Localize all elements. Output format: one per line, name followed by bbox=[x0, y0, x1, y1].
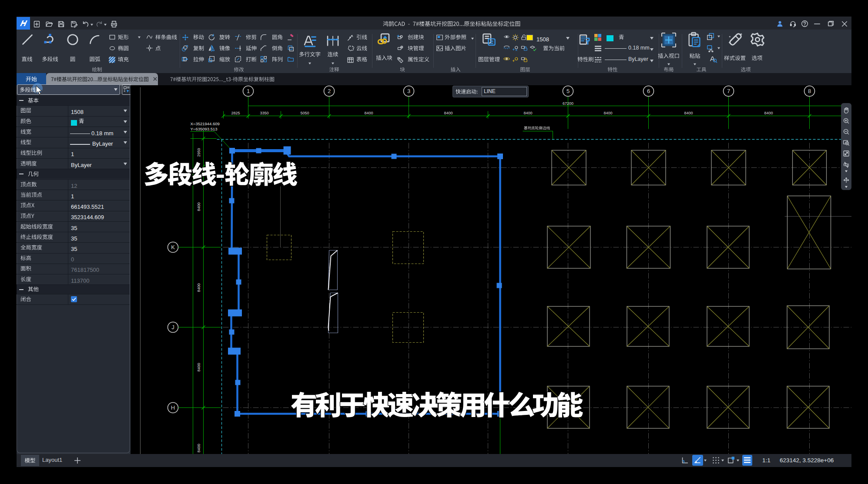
svg-text:Y=635093.513: Y=635093.513 bbox=[191, 127, 218, 131]
svg-text:8: 8 bbox=[808, 88, 811, 94]
svg-text:8400: 8400 bbox=[684, 111, 693, 115]
svg-text:7: 7 bbox=[727, 88, 730, 94]
svg-text:2: 2 bbox=[328, 88, 331, 94]
svg-text:5050: 5050 bbox=[300, 111, 309, 115]
svg-text:2825: 2825 bbox=[231, 111, 240, 115]
svg-text:8400: 8400 bbox=[444, 111, 452, 115]
svg-text:2950: 2950 bbox=[197, 148, 201, 157]
svg-text:K: K bbox=[171, 244, 175, 250]
svg-text:1: 1 bbox=[247, 88, 250, 94]
svg-text:67200: 67200 bbox=[563, 101, 573, 106]
svg-text:J: J bbox=[171, 324, 174, 330]
svg-text:6: 6 bbox=[647, 88, 650, 94]
svg-text:8400: 8400 bbox=[523, 111, 532, 115]
svg-text:3350: 3350 bbox=[260, 111, 268, 115]
svg-text:8400: 8400 bbox=[197, 363, 201, 371]
svg-text:8400: 8400 bbox=[197, 283, 201, 292]
svg-text:H: H bbox=[171, 404, 175, 411]
svg-text:8400: 8400 bbox=[603, 111, 612, 115]
svg-text:3: 3 bbox=[407, 88, 410, 94]
svg-text:8400: 8400 bbox=[764, 111, 773, 115]
svg-text:X=3521944.609: X=3521944.609 bbox=[191, 121, 220, 126]
svg-text:8400: 8400 bbox=[197, 202, 201, 211]
svg-text:8400: 8400 bbox=[364, 111, 373, 115]
svg-text:8400: 8400 bbox=[197, 444, 201, 452]
svg-text:5: 5 bbox=[566, 88, 570, 94]
